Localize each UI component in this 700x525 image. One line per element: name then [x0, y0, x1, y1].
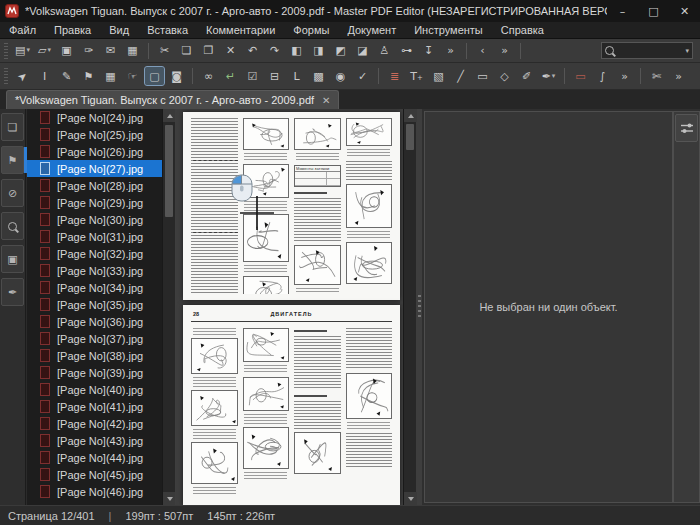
nav-overflow-button[interactable]: »: [495, 42, 514, 60]
align-bottom-button[interactable]: ◪: [353, 42, 372, 60]
pdf-page-spread-1[interactable]: Моменты затяжки: [183, 112, 400, 300]
push-button-tool-button[interactable]: ▩: [309, 67, 328, 85]
tab-close-icon[interactable]: ✕: [322, 95, 330, 106]
rectangle-tool-button[interactable]: ▭: [473, 67, 492, 85]
menu-item-7[interactable]: Инструменты: [405, 22, 492, 38]
annotation-rectangle-button[interactable]: ▭: [571, 67, 590, 85]
listbox-tool-button[interactable]: L: [287, 67, 306, 85]
highlight-tool-button[interactable]: ≣: [385, 67, 404, 85]
bookmark-item[interactable]: [Page No](37).jpg: [27, 330, 162, 347]
signatures-panel-button[interactable]: ✒: [1, 278, 24, 306]
marquee-zoom-tool-button[interactable]: ▢: [145, 67, 164, 85]
bookmark-item[interactable]: [Page No](25).jpg: [27, 126, 162, 143]
stamp-button[interactable]: ♙: [375, 42, 394, 60]
goto-page-button[interactable]: ↧: [419, 42, 438, 60]
bookmark-item[interactable]: [Page No](27).jpg: [27, 160, 162, 177]
bookmark-item[interactable]: [Page No](31).jpg: [27, 228, 162, 245]
attach-file-button[interactable]: ∫: [593, 67, 612, 85]
document-tab[interactable]: *Volkswagen Tiguan. Выпуск с 2007 г. - А…: [6, 90, 339, 109]
pencil-tool-button[interactable]: ✐: [517, 67, 536, 85]
pen-tool-button[interactable]: ✒▾: [539, 67, 558, 85]
pages-panel-button[interactable]: ❏: [1, 113, 24, 141]
minimize-button[interactable]: –: [607, 0, 638, 22]
tools-overflow-button[interactable]: »: [615, 67, 634, 85]
bookmark-item[interactable]: [Page No](40).jpg: [27, 381, 162, 398]
add-text-tool-button[interactable]: T₊: [407, 67, 426, 85]
menu-item-0[interactable]: Файл: [0, 22, 45, 38]
bookmark-item[interactable]: [Page No](29).jpg: [27, 194, 162, 211]
new-document-dropdown-icon[interactable]: ▾: [26, 47, 30, 54]
text-field-tool-button[interactable]: ↵: [221, 67, 240, 85]
bookmark-item[interactable]: [Page No](24).jpg: [27, 109, 162, 126]
form-designer-button[interactable]: ▦: [101, 67, 120, 85]
search-panel-button[interactable]: [1, 212, 24, 240]
undo-button[interactable]: ↶: [243, 42, 262, 60]
bookmark-item[interactable]: [Page No](46).jpg: [27, 483, 162, 500]
search-input[interactable]: [617, 45, 682, 57]
menu-item-8[interactable]: Справка: [492, 22, 553, 38]
pdf-page-spread-2[interactable]: 28 ДВИГАТЕЛЬ: [183, 305, 400, 505]
edit-document-tool-button[interactable]: ✎: [57, 67, 76, 85]
previous-view-button[interactable]: ‹: [473, 42, 492, 60]
scrollbar-thumb[interactable]: [165, 125, 173, 217]
signature-field-tool-button[interactable]: ✓: [353, 67, 372, 85]
bookmark-item[interactable]: [Page No](30).jpg: [27, 211, 162, 228]
close-button[interactable]: ✕: [669, 0, 700, 22]
line-tool-button[interactable]: ╱: [451, 67, 470, 85]
bookmark-item[interactable]: [Page No](26).jpg: [27, 143, 162, 160]
checkbox-tool-button[interactable]: ☑: [243, 67, 262, 85]
form-fields-panel-button[interactable]: ▣: [1, 245, 24, 273]
menu-item-6[interactable]: Документ: [338, 22, 405, 38]
save-as-button[interactable]: ✑: [79, 42, 98, 60]
select-tool-button[interactable]: ➤: [13, 67, 32, 85]
bookmark-item[interactable]: [Page No](35).jpg: [27, 296, 162, 313]
bookmark-item[interactable]: [Page No](33).jpg: [27, 262, 162, 279]
bookmark-item[interactable]: [Page No](28).jpg: [27, 177, 162, 194]
document-scrollbar[interactable]: [403, 109, 416, 505]
open-file-dropdown-icon[interactable]: ▾: [47, 47, 51, 54]
bookmark-item[interactable]: [Page No](32).jpg: [27, 245, 162, 262]
scrollbar-thumb[interactable]: [406, 124, 414, 150]
panel-splitter-handle[interactable]: [418, 295, 421, 319]
bookmark-item[interactable]: [Page No](34).jpg: [27, 279, 162, 296]
hand-tool-button[interactable]: ☞: [123, 67, 142, 85]
combobox-tool-button[interactable]: ⊟: [265, 67, 284, 85]
bookmark-item[interactable]: [Page No](44).jpg: [27, 449, 162, 466]
document-canvas[interactable]: Моменты затяжки: [175, 109, 422, 505]
bookmark-item[interactable]: [Page No](39).jpg: [27, 364, 162, 381]
measure-button[interactable]: ⊶: [397, 42, 416, 60]
search-dropdown-icon[interactable]: ▾: [685, 47, 689, 55]
bookmark-item[interactable]: [Page No](45).jpg: [27, 466, 162, 483]
menu-item-1[interactable]: Правка: [45, 22, 100, 38]
paste-button[interactable]: ❐: [199, 42, 218, 60]
redo-button[interactable]: ↷: [265, 42, 284, 60]
align-left-button[interactable]: ◧: [287, 42, 306, 60]
edit-forms-tool-button[interactable]: ⚑: [79, 67, 98, 85]
print-button[interactable]: ▦: [123, 42, 142, 60]
snapshot-tool-button[interactable]: ◙: [167, 67, 186, 85]
bookmark-item[interactable]: [Page No](42).jpg: [27, 415, 162, 432]
new-document-button[interactable]: ▤▾: [13, 42, 32, 60]
add-image-tool-button[interactable]: ▧: [429, 67, 448, 85]
scroll-up-button[interactable]: [404, 109, 417, 122]
menu-item-4[interactable]: Комментарии: [197, 22, 284, 38]
bookmarks-panel-button[interactable]: ⚑: [1, 146, 24, 174]
bookmarks-scrollbar[interactable]: [162, 109, 175, 505]
menu-item-3[interactable]: Вставка: [138, 22, 197, 38]
delete-button[interactable]: ✕: [221, 42, 240, 60]
menu-item-5[interactable]: Формы: [284, 22, 338, 38]
menu-item-2[interactable]: Вид: [100, 22, 138, 38]
link-tool-button[interactable]: ∞: [199, 67, 218, 85]
attachments-panel-button[interactable]: ⊘: [1, 179, 24, 207]
save-button[interactable]: ▣: [57, 42, 76, 60]
scroll-down-button[interactable]: [404, 492, 417, 505]
bookmark-item[interactable]: [Page No](38).jpg: [27, 347, 162, 364]
bookmark-item[interactable]: [Page No](36).jpg: [27, 313, 162, 330]
bookmark-item[interactable]: [Page No](41).jpg: [27, 398, 162, 415]
open-file-button[interactable]: ▱▾: [35, 42, 54, 60]
redaction-tool-button[interactable]: ✄: [647, 67, 666, 85]
polygon-tool-button[interactable]: ◇: [495, 67, 514, 85]
email-button[interactable]: ✉: [101, 42, 120, 60]
radio-button-tool-button[interactable]: ◉: [331, 67, 350, 85]
bookmark-item[interactable]: [Page No](43).jpg: [27, 432, 162, 449]
